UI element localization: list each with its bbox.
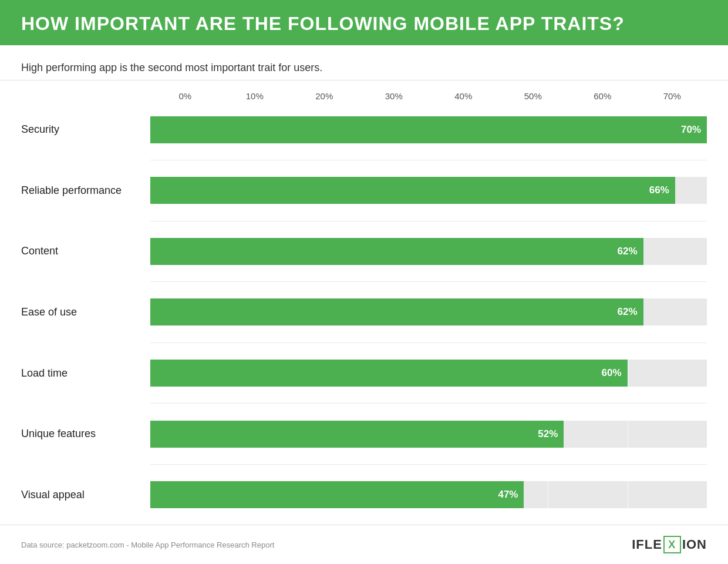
x-axis-label: 50%	[498, 91, 568, 101]
bar-fill: 62%	[150, 298, 643, 325]
bar-track: 52%	[150, 421, 707, 448]
grid-line	[707, 421, 707, 448]
page-container: HOW IMPORTANT ARE THE FOLLOWING MOBILE A…	[0, 0, 728, 564]
bar-fill: 52%	[150, 421, 564, 448]
x-axis-label: 40%	[429, 91, 498, 101]
grid-line	[548, 481, 548, 508]
row-separator	[150, 464, 707, 465]
bar-value-label: 47%	[498, 489, 524, 501]
chart-row: Reliable performance66%	[21, 173, 707, 208]
bar-fill: 60%	[150, 360, 628, 387]
bar-track: 47%	[150, 481, 707, 508]
bar-label-text: Content	[21, 245, 150, 257]
row-separator	[150, 403, 707, 404]
chart-row: Ease of use62%	[21, 294, 707, 330]
grid-line	[707, 238, 707, 265]
bar-label-text: Visual appeal	[21, 489, 150, 501]
chart-row: Security70%	[21, 112, 707, 147]
bar-fill: 47%	[150, 481, 524, 508]
grid-line	[707, 177, 707, 204]
x-axis-label: 70%	[638, 91, 707, 101]
x-axis-label: 20%	[289, 91, 359, 101]
grid-line	[628, 481, 628, 508]
bar-value-label: 62%	[618, 246, 643, 257]
bar-value-label: 70%	[681, 124, 707, 136]
bar-track: 62%	[150, 238, 707, 265]
bar-label-text: Reliable performance	[21, 184, 150, 197]
bar-label-text: Security	[21, 123, 150, 136]
subtitle: High performing app is the second most i…	[21, 62, 707, 74]
chart-row: Load time60%	[21, 355, 707, 391]
bar-track: 66%	[150, 177, 707, 204]
bar-track: 62%	[150, 298, 707, 325]
chart-row: Visual appeal47%	[21, 477, 707, 512]
x-axis-label: 0%	[150, 91, 220, 101]
bar-label-text: Ease of use	[21, 306, 150, 318]
bar-fill: 62%	[150, 238, 643, 265]
chart-area: 0%10%20%30%40%50%60%70% Security70%Relia…	[0, 80, 728, 525]
logo-text-left: IFLE	[632, 537, 662, 552]
footer: Data source: packetzoom.com - Mobile App…	[0, 525, 728, 564]
logo-x: X	[663, 536, 681, 553]
grid-line	[628, 421, 628, 448]
grid-line	[707, 298, 707, 325]
bar-track: 70%	[150, 116, 707, 143]
grid-line	[707, 481, 707, 508]
bar-fill: 66%	[150, 177, 675, 204]
logo-text-right: ION	[682, 537, 707, 552]
bar-value-label: 66%	[649, 184, 675, 196]
row-separator	[150, 343, 707, 343]
x-axis-labels: 0%10%20%30%40%50%60%70%	[150, 91, 707, 101]
subtitle-area: High performing app is the second most i…	[0, 45, 728, 80]
row-separator	[150, 160, 707, 160]
chart-row: Unique features52%	[21, 417, 707, 452]
bar-label-text: Load time	[21, 367, 150, 380]
header: HOW IMPORTANT ARE THE FOLLOWING MOBILE A…	[0, 0, 728, 45]
logo: IFLEXION	[632, 536, 707, 553]
x-axis-label: 60%	[568, 91, 638, 101]
grid-line	[707, 360, 707, 387]
row-separator	[150, 281, 707, 282]
chart-row: Content62%	[21, 234, 707, 269]
grid-line	[707, 116, 707, 143]
bar-label-text: Unique features	[21, 428, 150, 440]
bar-value-label: 52%	[538, 428, 564, 440]
row-separator	[150, 221, 707, 221]
x-axis-label: 10%	[220, 91, 290, 101]
bar-value-label: 62%	[618, 306, 643, 318]
x-axis-label: 30%	[359, 91, 429, 101]
bar-fill: 70%	[150, 116, 707, 143]
grid-line	[628, 360, 628, 387]
chart-rows: Security70%Reliable performance66%Conten…	[21, 106, 707, 519]
footer-source: Data source: packetzoom.com - Mobile App…	[21, 540, 274, 549]
header-title: HOW IMPORTANT ARE THE FOLLOWING MOBILE A…	[21, 13, 707, 35]
bar-track: 60%	[150, 360, 707, 387]
bar-value-label: 60%	[601, 367, 627, 379]
